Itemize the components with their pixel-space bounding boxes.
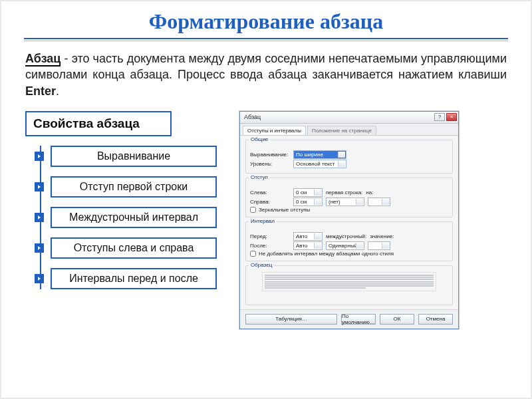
no-merge-label: Не добавлять интервал между абзацами одн… bbox=[259, 251, 394, 257]
page-title: Форматирование абзаца bbox=[1, 9, 531, 34]
align-combo[interactable]: По ширине bbox=[293, 150, 346, 159]
align-label: Выравнивание: bbox=[250, 152, 290, 158]
property-box: Междустрочный интервал bbox=[51, 207, 217, 228]
preview-paragraph bbox=[262, 272, 436, 292]
first-line-value-input[interactable] bbox=[368, 198, 390, 206]
group-general: Общие Выравнивание: По ширине Уровень: О… bbox=[245, 140, 453, 174]
tree-marker-icon bbox=[35, 274, 44, 283]
right-indent-label: Справа: bbox=[250, 199, 290, 205]
definition-text-2: . bbox=[56, 84, 59, 98]
cancel-button[interactable]: Отмена bbox=[418, 314, 453, 325]
paragraph-dialog: Абзац ? × Отступы и интервалы Положение … bbox=[239, 111, 459, 329]
line-spacing-label: междустрочный: bbox=[326, 233, 366, 239]
left-indent-label: Слева: bbox=[250, 190, 290, 196]
first-line-combo[interactable]: (нет) bbox=[326, 198, 364, 206]
tree-marker-icon bbox=[35, 182, 44, 192]
line-spacing-combo[interactable]: Одинарный bbox=[326, 241, 364, 250]
group-label: Отступ bbox=[249, 174, 270, 180]
line-value-input[interactable] bbox=[368, 241, 390, 250]
properties-header-box: Свойства абзаца bbox=[25, 111, 172, 136]
dialog-titlebar: Абзац ? × bbox=[240, 112, 458, 124]
properties-tree: Выравнивание Отступ первой строки Междус… bbox=[40, 146, 225, 289]
before-input[interactable]: Авто bbox=[293, 232, 323, 241]
title-divider bbox=[24, 38, 508, 39]
level-combo[interactable]: Основной текст bbox=[293, 160, 346, 168]
tab-indents[interactable]: Отступы и интервалы bbox=[243, 126, 306, 135]
ok-button[interactable]: ОК bbox=[380, 314, 414, 325]
before-label: Перед: bbox=[250, 233, 290, 239]
tree-marker-icon bbox=[35, 243, 44, 253]
properties-diagram: Свойства абзаца Выравнивание Отступ перв… bbox=[25, 111, 225, 329]
tree-item: Интервалы перед и после bbox=[41, 268, 225, 289]
right-indent-input[interactable]: 0 см bbox=[293, 198, 323, 206]
left-indent-input[interactable]: 0 см bbox=[293, 188, 323, 197]
title-divider-thin bbox=[24, 41, 508, 41]
term-word: Абзац bbox=[25, 52, 61, 66]
property-box: Отступы слева и справа bbox=[51, 237, 217, 259]
after-input[interactable]: Авто bbox=[293, 241, 323, 250]
mirror-indent-label: Зеркальные отступы bbox=[259, 207, 310, 213]
help-icon[interactable]: ? bbox=[434, 113, 445, 121]
dialog-tabs: Отступы и интервалы Положение на страниц… bbox=[240, 124, 458, 136]
tab-position[interactable]: Положение на странице bbox=[307, 126, 376, 135]
mirror-indent-checkbox[interactable]: Зеркальные отступы bbox=[250, 207, 448, 213]
property-box: Интервалы перед и после bbox=[51, 268, 217, 289]
no-merge-check[interactable] bbox=[250, 251, 256, 257]
properties-header: Свойства абзаца bbox=[33, 116, 140, 130]
tree-marker-icon bbox=[35, 213, 44, 222]
tree-item: Междустрочный интервал bbox=[41, 207, 225, 228]
default-button[interactable]: По умолчанию… bbox=[341, 314, 376, 325]
definition-paragraph: Абзац - это часть документа между двумя … bbox=[25, 51, 507, 99]
after-label: После: bbox=[250, 243, 290, 249]
preview-group: Образец bbox=[245, 265, 453, 305]
group-indent: Отступ Слева: 0 см первая строка: на: Сп… bbox=[245, 178, 453, 217]
first-line-label: первая строка: bbox=[326, 190, 362, 196]
group-spacing: Интервал Перед: Авто междустрочный: знач… bbox=[245, 221, 453, 261]
tabs-button[interactable]: Табуляция… bbox=[245, 314, 337, 325]
property-box: Выравнивание bbox=[51, 146, 217, 167]
dialog-title: Абзац bbox=[244, 114, 261, 120]
group-label: Общие bbox=[249, 136, 270, 142]
line-value-label: значение: bbox=[370, 233, 394, 239]
tree-marker-icon bbox=[35, 152, 44, 161]
no-merge-checkbox[interactable]: Не добавлять интервал между абзацами одн… bbox=[250, 251, 448, 257]
key-enter: Enter bbox=[25, 84, 56, 98]
level-label: Уровень: bbox=[250, 161, 290, 167]
tree-item: Отступ первой строки bbox=[41, 176, 225, 198]
tree-item: Выравнивание bbox=[41, 146, 225, 167]
mirror-indent-check[interactable] bbox=[250, 207, 256, 213]
close-icon[interactable]: × bbox=[446, 113, 457, 121]
preview-label: Образец bbox=[249, 262, 274, 268]
definition-text-1: - это часть документа между двумя соседн… bbox=[25, 52, 507, 81]
on-label: на: bbox=[366, 190, 376, 196]
tree-item: Отступы слева и справа bbox=[41, 237, 225, 259]
property-box: Отступ первой строки bbox=[51, 176, 217, 198]
group-label: Интервал bbox=[249, 218, 277, 224]
